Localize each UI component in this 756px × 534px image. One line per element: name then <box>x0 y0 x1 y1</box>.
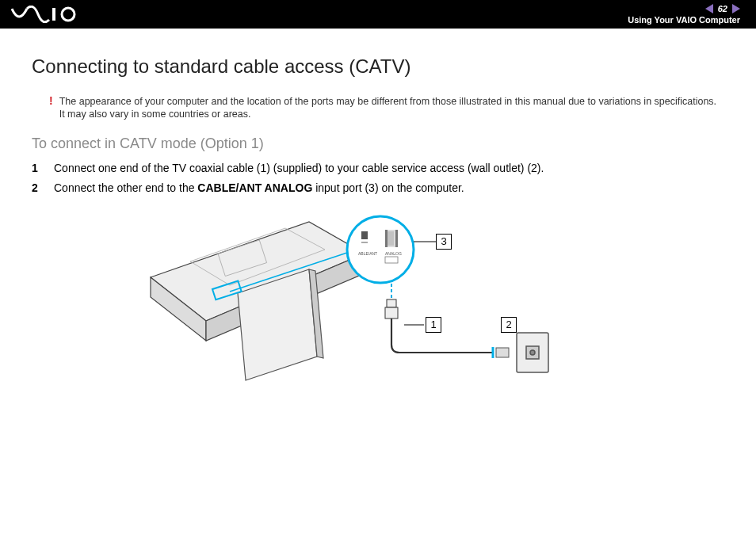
svg-rect-0 <box>52 8 55 21</box>
step-text: Connect the other end to the CABLE/ANT A… <box>54 180 464 196</box>
svg-rect-26 <box>496 348 509 357</box>
step-item: 2 Connect the other end to the CABLE/ANT… <box>32 180 724 196</box>
page-number: 62 <box>718 4 727 13</box>
breadcrumb: Using Your VAIO Computer <box>628 15 740 25</box>
next-page-arrow-icon[interactable] <box>732 4 740 13</box>
svg-rect-24 <box>385 307 398 318</box>
step-number: 2 <box>32 180 43 196</box>
warning-block: ! The appearance of your computer and th… <box>32 95 724 121</box>
diagram-callout-3: 3 <box>436 234 452 250</box>
svg-rect-12 <box>361 231 368 239</box>
step-number: 1 <box>32 160 43 177</box>
warning-icon: ! <box>49 95 53 106</box>
warning-text: The appearance of your computer and the … <box>59 95 724 121</box>
steps-list: 1 Connect one end of the TV coaxial cabl… <box>32 160 724 196</box>
vaio-logo <box>11 6 82 23</box>
page-title: Connecting to standard cable access (CAT… <box>32 55 724 78</box>
diagram-callout-1: 1 <box>426 317 441 333</box>
svg-point-29 <box>530 350 535 355</box>
step-text: Connect one end of the TV coaxial cable … <box>54 160 544 177</box>
header-right: 62 Using Your VAIO Computer <box>628 4 740 25</box>
diagram-callout-2: 2 <box>501 317 517 333</box>
port-label-left: ABLE/ANT <box>358 251 377 256</box>
section-subtitle: To connect in CATV mode (Option 1) <box>32 135 724 152</box>
svg-rect-23 <box>387 299 396 307</box>
connection-diagram: ABLE/ANT ANALOG <box>143 206 650 396</box>
port-label-right: ANALOG <box>385 251 402 256</box>
header-bar: 62 Using Your VAIO Computer <box>0 0 756 29</box>
step-item: 1 Connect one end of the TV coaxial cabl… <box>32 160 724 177</box>
page-content: Connecting to standard cable access (CAT… <box>0 29 756 396</box>
svg-point-11 <box>347 216 414 283</box>
svg-point-1 <box>62 8 74 21</box>
prev-page-arrow-icon[interactable] <box>705 4 713 13</box>
